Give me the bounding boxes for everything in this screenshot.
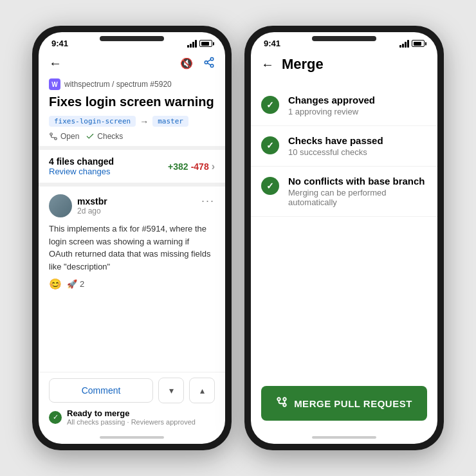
header-bar-1: ← 🔇 <box>39 51 225 76</box>
check-item-2: ✓ No conflicts with base branch Merging … <box>251 167 437 217</box>
home-indicator-2 <box>251 431 437 444</box>
rocket-count: 2 <box>80 279 84 289</box>
branch-to-tag[interactable]: master <box>152 116 188 127</box>
ready-sublabel: All checks passing · Reviewers approved <box>67 418 196 426</box>
screen-content-1: ← 🔇 <box>39 51 225 444</box>
comment-time: 2d ago <box>77 206 107 215</box>
ready-merge-text: Ready to merge All checks passing · Revi… <box>67 408 196 426</box>
repo-icon: W <box>49 78 60 90</box>
expand-icon: ▴ <box>200 385 205 396</box>
back-button-1[interactable]: ← <box>49 56 62 71</box>
ready-check-icon: ✓ <box>49 411 62 424</box>
comment-section: mxstbr 2d ago ··· This implements a fix … <box>39 187 225 372</box>
check-approved-icon: ✓ <box>261 96 279 114</box>
open-pr-icon <box>49 132 58 141</box>
bottom-bar: Comment ▾ ▴ ✓ Ready to merge <box>39 372 225 431</box>
merge-checks-list: ✓ Changes approved 1 approving review ✓ … <box>251 80 437 233</box>
check-approved-title: Changes approved <box>288 95 375 105</box>
merge-button-label: MERGE PULL REQUEST <box>294 398 412 409</box>
status-bar-2: 9:41 <box>251 32 437 51</box>
commenter-meta: mxstbr 2d ago <box>77 196 107 215</box>
merge-header: ← Merge <box>251 51 437 80</box>
home-bar-2 <box>312 436 376 439</box>
branch-arrow: → <box>140 116 149 127</box>
battery-icon-1 <box>199 40 212 47</box>
status-bar-1: 9:41 <box>39 32 225 51</box>
comment-button[interactable]: Comment <box>49 378 153 403</box>
spacer <box>251 233 437 376</box>
avatar-image <box>49 194 72 217</box>
deletions-stat: -478 <box>191 161 209 172</box>
pill-checks[interactable]: Checks <box>86 132 123 141</box>
battery-icon-2 <box>412 40 425 47</box>
check-item-1: ✓ Checks have passed 10 successful check… <box>251 126 437 167</box>
check-passed-icon: ✓ <box>261 136 279 154</box>
rocket-emoji: 🚀 <box>67 279 77 289</box>
phone-notch-2 <box>312 36 376 41</box>
check-approved-sub: 1 approving review <box>288 107 375 116</box>
reactions: 😊 🚀 2 <box>49 278 215 290</box>
files-chevron-icon[interactable]: › <box>212 161 215 172</box>
more-options-icon[interactable]: ··· <box>201 194 215 208</box>
commenter-info: mxstbr 2d ago <box>49 194 107 217</box>
svg-point-5 <box>55 138 57 140</box>
phone-1-screen: 9:41 ← <box>39 32 225 444</box>
comment-card: mxstbr 2d ago ··· This implements a fix … <box>39 187 225 298</box>
files-count: 4 files changed <box>49 156 114 167</box>
ready-merge-row: ✓ Ready to merge All checks passing · Re… <box>49 408 215 426</box>
dropdown-button[interactable]: ▾ <box>158 378 184 403</box>
time-2: 9:41 <box>264 39 280 48</box>
merge-svg-icon <box>276 396 288 408</box>
screen-content-2: ← Merge ✓ Changes approved 1 approving r… <box>251 51 437 444</box>
back-button-2[interactable]: ← <box>261 57 274 72</box>
checks-label: Checks <box>97 132 123 141</box>
time-1: 9:41 <box>51 39 68 48</box>
phone-2-screen: 9:41 ← Merge <box>251 32 437 444</box>
additions-stat: +382 <box>168 161 188 172</box>
expand-button[interactable]: ▴ <box>189 378 215 403</box>
repo-text: withspectrum / spectrum #5920 <box>64 80 172 89</box>
repo-line: W withspectrum / spectrum #5920 <box>49 78 215 90</box>
check-approved-text: Changes approved 1 approving review <box>288 95 375 116</box>
status-icons-1 <box>187 40 212 48</box>
pr-meta: W withspectrum / spectrum #5920 Fixes lo… <box>39 76 225 146</box>
pr-title: Fixes login screen warning <box>49 94 215 109</box>
phone-2: 9:41 ← Merge <box>244 26 444 450</box>
status-icons-2 <box>399 40 425 48</box>
avatar <box>49 194 72 217</box>
header-icons-1: 🔇 <box>180 57 215 71</box>
share-icon[interactable] <box>203 57 215 71</box>
pill-open[interactable]: Open <box>49 132 79 141</box>
check-conflicts-text: No conflicts with base branch Merging ca… <box>288 176 427 207</box>
ready-label: Ready to merge <box>67 408 196 418</box>
check-passed-text: Checks have passed 10 successful checks <box>288 135 383 157</box>
phone-notch <box>100 36 164 41</box>
signal-icon-1 <box>187 40 197 48</box>
branch-from-tag[interactable]: fixes-login-screen <box>49 116 136 127</box>
svg-line-4 <box>207 59 210 61</box>
rocket-reaction[interactable]: 🚀 2 <box>67 279 84 289</box>
review-changes-link[interactable]: Review changes <box>49 167 114 176</box>
check-conflicts-sub: Merging can be performed automatically <box>288 188 427 207</box>
signal-icon-2 <box>399 40 409 48</box>
status-pills: Open Checks <box>49 132 215 141</box>
diff-stats: +382 -478 › <box>168 161 215 172</box>
check-conflicts-title: No conflicts with base branch <box>288 176 427 187</box>
merge-pr-icon <box>276 396 288 410</box>
home-bar-1 <box>100 436 164 439</box>
mute-icon[interactable]: 🔇 <box>180 57 193 69</box>
merge-pull-request-button[interactable]: MERGE PULL REQUEST <box>261 386 427 421</box>
files-section: 4 files changed Review changes +382 -478… <box>39 150 225 183</box>
emoji-picker-icon[interactable]: 😊 <box>49 278 62 290</box>
home-indicator-1 <box>39 431 225 444</box>
commenter-name: mxstbr <box>77 196 107 206</box>
dropdown-icon: ▾ <box>169 385 174 396</box>
open-label: Open <box>60 132 79 141</box>
phone-1: 9:41 ← <box>32 26 232 450</box>
comment-body: This implements a fix for #5914, where t… <box>49 223 215 273</box>
merge-title: Merge <box>282 56 324 73</box>
svg-line-3 <box>207 63 210 65</box>
branch-line: fixes-login-screen → master <box>49 116 215 127</box>
files-left: 4 files changed Review changes <box>49 156 114 176</box>
comment-input-row: Comment ▾ ▴ <box>49 378 215 403</box>
